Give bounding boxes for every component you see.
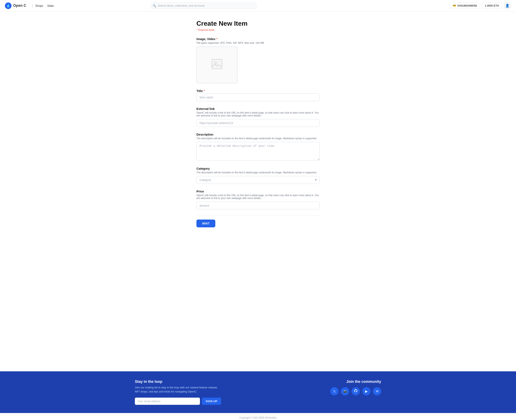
- brand-name: Open C: [13, 3, 26, 8]
- footer-community-heading: Join the community: [330, 380, 381, 384]
- price-sublabel: OpenC will include a link to this URL on…: [196, 194, 320, 200]
- eth-balance-button[interactable]: 1.0000 ETH: [482, 2, 502, 9]
- title-label: Title *: [196, 89, 320, 93]
- footer-email-row: SIGN UP: [135, 398, 221, 405]
- external-link-sublabel: OpenC will include a link to this URL on…: [196, 111, 320, 117]
- form-container: Create New Item * Required fields Image,…: [196, 20, 320, 227]
- mint-button[interactable]: MINT: [196, 219, 215, 227]
- category-select-wrap: Category Art Music Sports Gaming Photogr…: [196, 176, 320, 184]
- github-icon: [354, 389, 358, 393]
- footer-newsletter-heading: Stay in the loop: [135, 380, 221, 384]
- price-label: Price: [196, 190, 320, 193]
- email-icon: ✉: [376, 390, 378, 393]
- github-icon-button[interactable]: [352, 387, 360, 395]
- social-icons: 𝕏 📷 ▶ ✉: [330, 387, 381, 395]
- image-label: Image, Video *: [196, 37, 320, 41]
- required-note: * Required fields: [196, 29, 320, 31]
- search-input[interactable]: [150, 2, 257, 9]
- image-upload-area[interactable]: [196, 46, 237, 83]
- page-title: Create New Item: [196, 20, 320, 27]
- brand-logo-link[interactable]: 💧 Open C: [5, 2, 26, 9]
- main-content: Create New Item * Required fields Image,…: [0, 12, 516, 371]
- brand-logo-icon: 💧: [5, 2, 12, 9]
- image-required-star: *: [216, 37, 217, 41]
- image-section: Image, Video * File types supported: JPG…: [196, 37, 320, 83]
- footer: Stay in the loop Join our mailing list t…: [0, 371, 516, 413]
- category-sublabel: The description will be included on the …: [196, 171, 320, 174]
- title-section: Title *: [196, 89, 320, 101]
- wallet-address-button[interactable]: 💳 0X91883498058: [450, 2, 480, 9]
- footer-newsletter-subtext: Join our mailing list to stay in the loo…: [135, 385, 221, 393]
- nav-link-stats[interactable]: Stats: [47, 4, 54, 8]
- footer-inner: Stay in the loop Join our mailing list t…: [135, 380, 381, 405]
- footer-email-input[interactable]: [135, 398, 200, 405]
- wallet-address-label: 0X91883498058: [457, 4, 477, 7]
- navbar-divider: |: [32, 3, 33, 8]
- signup-button[interactable]: SIGN UP: [202, 398, 221, 405]
- footer-newsletter: Stay in the loop Join our mailing list t…: [135, 380, 221, 405]
- youtube-icon: ▶: [365, 390, 368, 393]
- navbar-actions: 💳 0X91883498058 1.0000 ETH 👤: [450, 2, 511, 9]
- navbar-links: Drops Stats: [36, 4, 54, 8]
- youtube-icon-button[interactable]: ▶: [362, 387, 370, 395]
- description-sublabel: The description will be included on the …: [196, 137, 320, 140]
- email-icon-button[interactable]: ✉: [373, 387, 381, 395]
- image-sublabel: File types supported: JPG, PNG, GIF, MP4…: [196, 41, 320, 44]
- description-label: Description: [196, 133, 320, 136]
- nav-link-drops[interactable]: Drops: [36, 4, 43, 8]
- price-input[interactable]: [196, 202, 320, 210]
- navbar: 💧 Open C | Drops Stats 🔍 💳 0X91883498058…: [0, 0, 516, 12]
- eth-balance-label: 1.0000 ETH: [485, 4, 499, 7]
- footer-copyright: Copyright © 2023 BEB-09-MiuMiu: [0, 413, 516, 420]
- wallet-icon: 💳: [453, 4, 456, 7]
- description-section: Description The description will be incl…: [196, 133, 320, 161]
- image-placeholder-icon: [212, 59, 222, 71]
- external-link-section: External link OpenC will include a link …: [196, 107, 320, 127]
- category-label: Category: [196, 167, 320, 170]
- title-input[interactable]: [196, 93, 320, 101]
- twitter-icon: 𝕏: [333, 390, 336, 393]
- title-required-star: *: [204, 89, 205, 93]
- footer-community: Join the community 𝕏 📷 ▶: [330, 380, 381, 395]
- avatar-icon: 👤: [505, 4, 509, 8]
- navbar-search: 🔍: [150, 2, 257, 9]
- svg-rect-0: [212, 59, 222, 69]
- search-icon: 🔍: [153, 4, 156, 8]
- twitter-icon-button[interactable]: 𝕏: [330, 387, 339, 395]
- user-avatar-button[interactable]: 👤: [504, 2, 511, 9]
- external-link-input[interactable]: [196, 119, 320, 127]
- instagram-icon-button[interactable]: 📷: [341, 387, 349, 395]
- description-textarea[interactable]: [196, 142, 320, 160]
- category-select[interactable]: Category Art Music Sports Gaming Photogr…: [196, 176, 320, 184]
- category-section: Category The description will be include…: [196, 167, 320, 184]
- price-section: Price OpenC will include a link to this …: [196, 190, 320, 210]
- external-link-label: External link: [196, 107, 320, 111]
- instagram-icon: 📷: [343, 390, 347, 393]
